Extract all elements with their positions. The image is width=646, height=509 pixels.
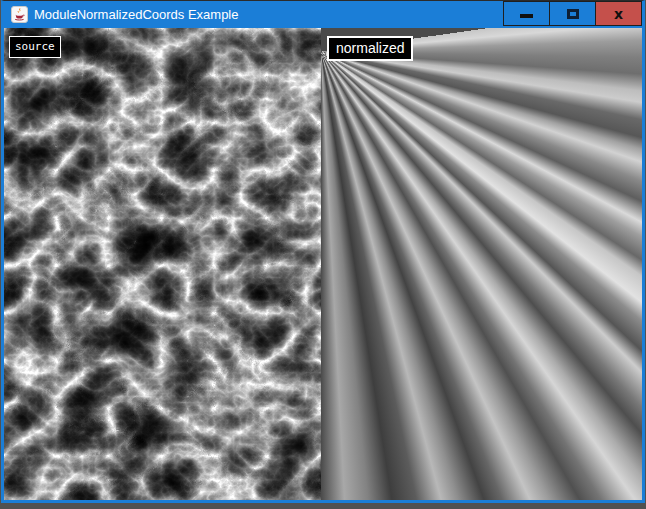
window-controls: x [504, 1, 642, 26]
source-panel: source [4, 28, 321, 500]
maximize-button[interactable] [549, 1, 596, 26]
normalized-label: normalized [327, 36, 413, 61]
content-area: source normalized [4, 28, 642, 500]
source-image [4, 28, 321, 500]
normalized-image [321, 28, 642, 500]
window-title: ModuleNormalizedCoords Example [34, 1, 238, 28]
java-coffee-cup-icon [11, 6, 28, 23]
source-label: source [9, 36, 61, 58]
minimize-icon [520, 14, 533, 18]
normalized-panel: normalized [321, 28, 642, 500]
minimize-button[interactable] [503, 1, 550, 26]
app-window: ModuleNormalizedCoords Example x [1, 0, 645, 503]
titlebar[interactable]: ModuleNormalizedCoords Example x [4, 1, 642, 28]
close-button[interactable]: x [595, 1, 642, 26]
maximize-icon [567, 9, 579, 19]
close-icon: x [614, 7, 623, 21]
